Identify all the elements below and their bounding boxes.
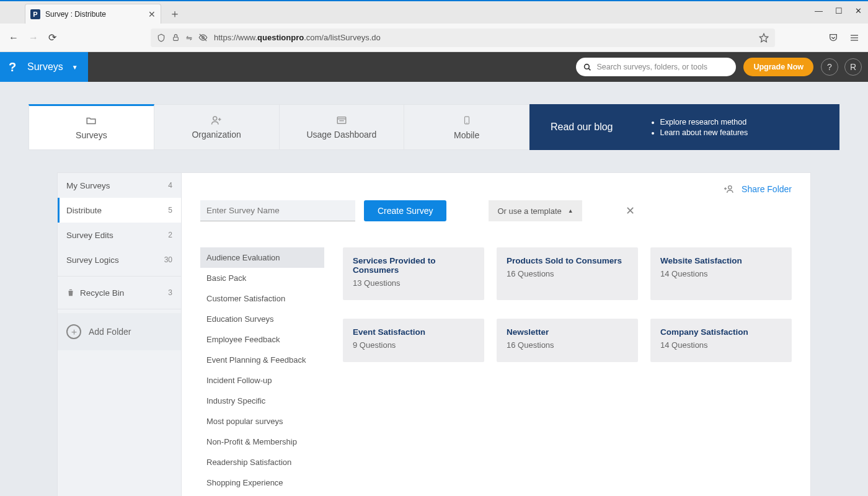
forward-icon: → xyxy=(29,32,38,43)
sidebar-item-label: Distribute xyxy=(66,206,102,215)
tab-label: Surveys xyxy=(76,130,107,140)
pocket-icon[interactable] xyxy=(828,33,838,43)
new-tab-button[interactable]: ＋ xyxy=(164,4,186,24)
plus-circle-icon: ＋ xyxy=(66,324,81,339)
template-card[interactable]: Services Provided to Consumers13 Questio… xyxy=(343,247,484,300)
card-title: Event Satisfaction xyxy=(353,327,474,337)
category-item[interactable]: Event Planning & Feedback xyxy=(200,350,324,370)
url-box[interactable]: ⇋ https://www.questionpro.com/a/listSurv… xyxy=(151,29,775,47)
template-card[interactable]: Company Satisfaction14 Questions xyxy=(650,319,792,362)
sidebar-item-distribute[interactable]: Distribute 5 xyxy=(58,198,181,223)
sidebar-item-my-surveys[interactable]: My Surveys 4 xyxy=(58,173,181,198)
tab-label: Organization xyxy=(192,130,241,140)
add-folder-button[interactable]: ＋ Add Folder xyxy=(58,313,181,350)
sidebar-item-count: 3 xyxy=(168,288,172,297)
brand-dropdown[interactable]: ? Surveys ▼ xyxy=(0,52,88,82)
person-add-icon xyxy=(723,184,735,194)
category-item[interactable]: Audience Evaluation xyxy=(200,247,324,268)
back-icon[interactable]: ← xyxy=(9,32,19,43)
brand-logo-icon: ? xyxy=(9,60,21,74)
category-item[interactable]: Customer Satisfaction xyxy=(200,288,324,309)
tab-close-icon[interactable]: ✕ xyxy=(148,9,156,19)
sidebar: My Surveys 4 Distribute 5 Survey Edits 2… xyxy=(58,173,182,496)
favicon-icon: P xyxy=(30,9,40,19)
tab-mobile[interactable]: Mobile xyxy=(404,104,529,150)
share-label: Share Folder xyxy=(742,184,792,194)
browser-tab[interactable]: P Survey : Distribute ✕ xyxy=(25,4,161,24)
category-item[interactable]: Most popular surveys xyxy=(200,411,324,432)
category-item[interactable]: Readership Satisfaction xyxy=(200,452,324,472)
tab-organization[interactable]: Organization xyxy=(154,104,280,150)
permissions-icon: ⇋ xyxy=(186,33,192,42)
upgrade-button[interactable]: Upgrade Now xyxy=(743,58,813,76)
tab-surveys[interactable]: Surveys xyxy=(29,104,154,150)
template-card[interactable]: Event Satisfaction9 Questions xyxy=(343,319,484,362)
tab-title: Survey : Distribute xyxy=(45,10,143,19)
svg-point-9 xyxy=(213,117,217,120)
card-sub: 14 Questions xyxy=(660,269,782,278)
category-item[interactable]: Education Surveys xyxy=(200,309,324,329)
template-toggle[interactable]: Or use a template ▲ xyxy=(489,200,582,221)
avatar[interactable]: R xyxy=(844,58,862,76)
no-tracking-icon xyxy=(198,33,208,42)
folder-icon xyxy=(84,115,98,126)
tab-label: Usage Dashboard xyxy=(306,130,376,140)
category-item[interactable]: Non-Profit & Membership xyxy=(200,432,324,452)
mobile-icon xyxy=(463,114,471,126)
star-icon[interactable] xyxy=(759,33,769,43)
card-sub: 9 Questions xyxy=(353,340,474,350)
template-card[interactable]: Products Sold to Consumers16 Questions xyxy=(497,247,638,300)
tab-label: Mobile xyxy=(454,130,479,140)
svg-point-7 xyxy=(585,64,590,69)
sidebar-item-count: 2 xyxy=(168,231,172,239)
close-icon[interactable]: ✕ xyxy=(626,204,635,218)
category-list: Audience EvaluationBasic PackCustomer Sa… xyxy=(200,247,324,493)
category-item[interactable]: Basic Pack xyxy=(200,268,324,288)
sidebar-item-label: My Surveys xyxy=(66,181,110,190)
svg-marker-3 xyxy=(760,33,768,42)
svg-point-17 xyxy=(728,186,732,189)
sidebar-item-recycle-bin[interactable]: Recycle Bin 3 xyxy=(58,280,181,305)
card-title: Company Satisfaction xyxy=(660,327,782,337)
shield-icon xyxy=(157,33,166,42)
lock-icon xyxy=(172,33,180,42)
card-sub: 14 Questions xyxy=(660,340,782,350)
category-item[interactable]: Employee Feedback xyxy=(200,329,324,350)
app-bar: ? Surveys ▼ Search surveys, folders, or … xyxy=(0,52,868,82)
reload-icon[interactable]: ⟳ xyxy=(48,32,56,43)
tab-usage-dashboard[interactable]: Usage Dashboard xyxy=(280,104,405,150)
sidebar-item-count: 5 xyxy=(168,206,172,215)
card-title: Newsletter xyxy=(507,327,628,337)
card-sub: 16 Questions xyxy=(507,269,628,278)
template-card[interactable]: Website Satisfaction14 Questions xyxy=(650,247,792,300)
window-close[interactable]: ✕ xyxy=(855,6,862,16)
card-sub: 13 Questions xyxy=(353,278,474,288)
dashboard-icon xyxy=(335,115,348,126)
template-cards: Services Provided to Consumers13 Questio… xyxy=(343,247,792,493)
menu-icon[interactable] xyxy=(849,33,859,43)
card-title: Products Sold to Consumers xyxy=(507,256,628,265)
window-maximize[interactable]: ☐ xyxy=(835,6,843,16)
help-button[interactable]: ? xyxy=(821,58,838,76)
search-icon xyxy=(583,63,591,71)
template-card[interactable]: Newsletter16 Questions xyxy=(497,319,638,362)
sidebar-item-survey-logics[interactable]: Survey Logics 30 xyxy=(58,247,181,272)
blog-card[interactable]: Read our blog Explore research method Le… xyxy=(529,104,839,150)
sidebar-item-survey-edits[interactable]: Survey Edits 2 xyxy=(58,223,181,247)
add-folder-label: Add Folder xyxy=(89,327,131,337)
category-item[interactable]: Industry Specific xyxy=(200,391,324,411)
module-tabs: Surveys Organization Usage Dashboard Mob… xyxy=(29,104,839,150)
survey-name-input[interactable] xyxy=(200,200,355,221)
search-placeholder: Search surveys, folders, or tools xyxy=(596,63,707,71)
search-input[interactable]: Search surveys, folders, or tools xyxy=(576,58,736,76)
share-folder-button[interactable]: Share Folder xyxy=(200,184,792,194)
create-survey-button[interactable]: Create Survey xyxy=(364,200,446,221)
category-item[interactable]: Shopping Experience xyxy=(200,472,324,493)
window-minimize[interactable]: — xyxy=(815,6,823,16)
blog-title: Read our blog xyxy=(551,122,613,133)
caret-up-icon: ▲ xyxy=(568,208,574,214)
category-item[interactable]: Incident Follow-up xyxy=(200,370,324,391)
card-sub: 16 Questions xyxy=(507,340,628,350)
tab-strip: P Survey : Distribute ✕ ＋ xyxy=(0,1,868,24)
blog-bullets: Explore research method Learn about new … xyxy=(650,116,748,139)
